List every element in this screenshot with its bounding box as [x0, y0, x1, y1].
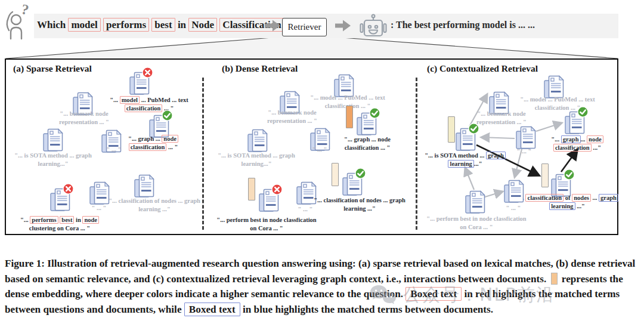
text-run: Figure 1: Illustration of retrieval-augm… — [5, 258, 635, 285]
text-run: ... " — [166, 144, 178, 150]
accept-check-icon — [564, 169, 575, 180]
document-icon — [134, 174, 154, 198]
text-run: "... classification of nodes ... graph l… — [314, 197, 405, 212]
paper-figure-page: ? Which model performs best in Node Clas… — [0, 0, 644, 324]
document-snippet: "... performs best in node clustering on… — [15, 216, 104, 232]
matched-term-blue: graph — [561, 135, 581, 143]
matched-term-red: nodes — [572, 194, 591, 202]
robot-icon — [360, 14, 387, 39]
panel-title-a: (a) Sparse Retrieval — [13, 63, 92, 74]
dense-embedding-bar — [332, 163, 339, 186]
accept-check-icon — [355, 168, 366, 179]
panel-title-b: (b) Dense Retrieval — [222, 63, 298, 74]
text-run: "... — [20, 217, 30, 223]
text-run: " ... " — [312, 146, 327, 153]
document-snippet: "... benmark node representation ... " — [253, 109, 331, 125]
text-run: of — [564, 195, 572, 201]
document-snippet: "... benmark node representation ... " — [45, 110, 123, 126]
text-run: "... — [110, 97, 119, 103]
text-run: ... PubMed ... text — [140, 97, 188, 103]
text-run: ... — [581, 136, 587, 143]
text-run: in — [175, 19, 189, 30]
matched-term-red: performs — [30, 216, 58, 224]
document-icon — [516, 126, 536, 150]
matched-term-blue: graph — [599, 194, 618, 202]
arrow-right-icon — [335, 20, 351, 32]
text-run: ..." — [592, 144, 601, 151]
matched-term-blue: learning — [448, 160, 473, 168]
text-run: ..." — [474, 161, 482, 167]
matched-term-red: best — [60, 216, 74, 224]
text-run: "... perform best in node classfication … — [426, 215, 526, 230]
text-run: " ... " — [107, 146, 122, 153]
matched-term-red: performs — [103, 18, 149, 32]
svg-text:?: ? — [20, 4, 30, 18]
matched-term-red: model — [120, 96, 140, 104]
panel-divider-2 — [416, 78, 417, 230]
question-text: Which model performs best in Node Classi… — [37, 19, 289, 31]
matched-term-red: best — [151, 18, 175, 32]
text-run: clustering on Cora ... " — [29, 225, 90, 232]
text-run: "... benmark node representation ... " — [476, 110, 527, 125]
document-snippet: " ... " — [306, 146, 333, 154]
matched-term-red: classification — [125, 104, 163, 112]
document-snippet: "... perform best in node classfication … — [216, 216, 317, 232]
document-snippet: "... graph ... node classification ... " — [117, 135, 190, 151]
text-run: "... benmark node representation ... " — [59, 110, 109, 125]
matched-term-blue: Boxed text — [184, 303, 240, 316]
matched-term-red: node — [162, 135, 178, 143]
arrow-right-icon — [265, 20, 280, 32]
document-icon — [465, 190, 485, 214]
document-snippet: "... graph ... node classification ... " — [328, 135, 407, 152]
accept-check-icon — [468, 123, 479, 134]
text-run: ... — [591, 195, 599, 201]
dense-embedding-bar — [448, 116, 455, 143]
reject-cross-icon — [63, 183, 74, 195]
text-run: "... classification of nodes ... graph l… — [109, 198, 200, 212]
text-run: in — [74, 217, 82, 223]
accept-check-icon — [577, 106, 589, 118]
dense-embedding-bar-icon — [551, 273, 558, 285]
text-run: "... benmark node representation ... " — [267, 109, 317, 124]
matched-term-red: model — [68, 18, 100, 32]
text-run: " ... " — [506, 205, 521, 211]
text-run: Which — [37, 19, 68, 30]
matched-term-blue: learning — [549, 202, 575, 210]
retriever-label: Retriever — [288, 22, 321, 32]
matched-term-red: classification — [553, 144, 592, 152]
document-snippet: "... is SOTA method ... graph learning..… — [420, 152, 510, 168]
dense-embedding-bar — [248, 178, 255, 200]
text-run: "... — [551, 136, 561, 143]
answer-text: : The best performing model is ... ... — [391, 20, 535, 30]
question-asker-icon: ? — [4, 4, 33, 41]
text-run: "... is SOTA method ... — [425, 152, 486, 159]
reject-cross-icon — [271, 184, 283, 195]
matched-term-red: classification — [129, 143, 167, 151]
document-snippet: " ... " — [101, 146, 127, 154]
document-icon — [247, 129, 268, 153]
matched-term-red: node — [587, 135, 603, 143]
matched-term-red: node — [82, 216, 99, 224]
document-snippet: "... classification of nodes ... graph l… — [309, 196, 410, 212]
figure-content: (a) Sparse Retrieval(b) Dense Retrieval(… — [6, 60, 617, 234]
document-icon — [504, 180, 524, 203]
document-snippet: "... is SOTA method ... graph learning..… — [215, 152, 298, 168]
text-run: "... is SOTA method ... graph learning..… — [14, 152, 92, 167]
document-snippet: "... is SOTA method ... graph learning..… — [11, 152, 95, 168]
text-run: in blue highlights the matched terms bet… — [240, 304, 493, 315]
document-snippet: " ... " — [500, 204, 527, 212]
text-run: "... graph ... node classification ... " — [344, 136, 391, 151]
document-snippet: "... perform best in node classfication … — [426, 215, 527, 231]
text-run: " ... " — [92, 205, 107, 211]
dense-embedding-bar — [541, 163, 549, 187]
accept-check-icon — [369, 107, 380, 119]
panel-title-c: (c) Contextualized Retrieval — [427, 63, 538, 74]
figure-box: (a) Sparse Retrieval(b) Dense Retrieval(… — [5, 58, 618, 235]
text-run: "... is SOTA method ... graph learning..… — [218, 152, 295, 167]
dense-embedding-bar — [346, 106, 353, 128]
document-icon — [43, 128, 63, 152]
text-run: ..." — [575, 203, 585, 209]
retriever-box: Retriever — [282, 18, 327, 36]
text-run: "... graph ... — [128, 135, 162, 142]
text-run: "... perform best in node classfication … — [216, 217, 316, 232]
